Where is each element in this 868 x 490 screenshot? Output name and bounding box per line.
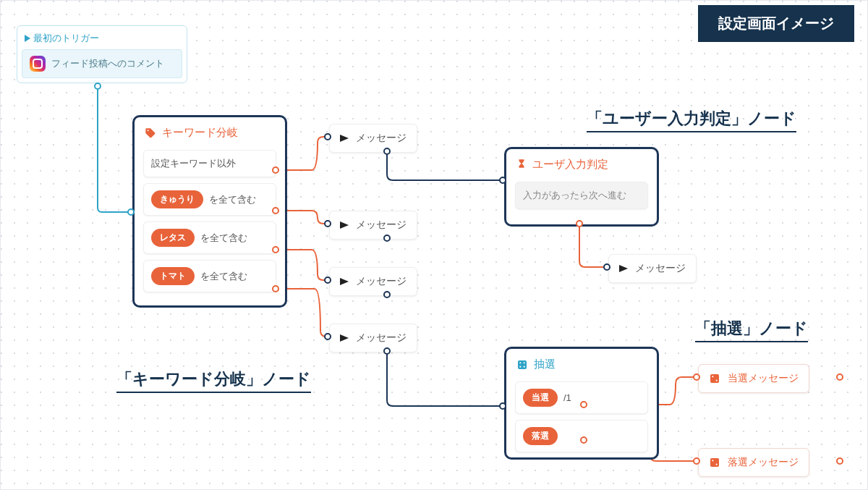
keyword-pill-2: トマト	[151, 267, 195, 285]
keyword-row-2[interactable]: トマト を全て含む	[143, 260, 276, 292]
annotation-userinput-node: 「ユーザー入力判定」ノード	[587, 108, 796, 132]
message-label-2: メッセージ	[356, 219, 407, 232]
send-icon	[619, 265, 628, 272]
svg-rect-5	[710, 374, 719, 383]
message-label-1: メッセージ	[356, 132, 407, 145]
message-card-5[interactable]: メッセージ	[608, 254, 697, 283]
lose-result-label: 落選メッセージ	[728, 456, 799, 469]
svg-point-3	[519, 366, 521, 367]
annotation-keyword-node: 「キーワード分岐」ノード	[116, 368, 311, 393]
annotation-lottery-node: 「抽選」ノード	[695, 318, 808, 342]
trigger-body-label: フィード投稿へのコメント	[51, 57, 164, 70]
svg-point-1	[519, 362, 521, 363]
lottery-lose-pill: 落選	[523, 427, 558, 445]
lottery-win-suffix: /1	[563, 392, 571, 403]
lottery-win-pill: 当選	[523, 389, 558, 407]
keyword-else-row[interactable]: 設定キーワード以外	[143, 150, 276, 177]
svg-point-6	[712, 376, 713, 377]
svg-rect-8	[710, 458, 719, 467]
message-label-4: メッセージ	[356, 331, 407, 345]
dice-icon	[709, 373, 720, 384]
message-label-5: メッセージ	[635, 262, 686, 275]
send-icon	[340, 221, 349, 229]
trigger-title: 最初のトリガー	[33, 32, 99, 45]
trigger-node[interactable]: 最初のトリガー フィード投稿へのコメント	[17, 25, 187, 83]
svg-point-2	[524, 362, 525, 363]
user-input-body[interactable]: 入力があったら次へ進む	[515, 182, 648, 209]
svg-point-7	[716, 380, 718, 381]
user-input-title: ユーザ入力判定	[506, 149, 657, 176]
svg-rect-0	[518, 360, 527, 369]
lottery-title: 抽選	[506, 349, 657, 376]
keyword-row-0[interactable]: きゅうり を全て含む	[143, 183, 276, 216]
win-result-label: 当選メッセージ	[728, 372, 799, 385]
win-result-card[interactable]: 当選メッセージ	[698, 364, 809, 393]
flow-canvas[interactable]: 設定画面イメージ 「キーワード分岐」ノード 「ユーザー入力判定」ノード 「抽選」…	[0, 0, 868, 490]
keyword-else-label: 設定キーワード以外	[151, 157, 236, 170]
message-label-3: メッセージ	[356, 275, 407, 288]
message-card-2[interactable]: メッセージ	[329, 211, 417, 240]
svg-point-4	[524, 366, 525, 367]
send-icon	[340, 278, 349, 285]
svg-point-9	[712, 460, 713, 461]
hourglass-icon	[516, 159, 527, 171]
keyword-pill-1: レタス	[151, 229, 195, 247]
trigger-header: 最初のトリガー	[17, 26, 187, 45]
lose-result-card[interactable]: 落選メッセージ	[698, 448, 809, 477]
message-card-1[interactable]: メッセージ	[329, 124, 417, 153]
trigger-body[interactable]: フィード投稿へのコメント	[22, 49, 182, 78]
send-icon	[340, 135, 349, 142]
keyword-suffix-1: を全て含む	[200, 232, 247, 245]
tag-icon	[145, 127, 156, 139]
keyword-pill-0: きゅうり	[151, 190, 203, 208]
keyword-branch-node[interactable]: キーワード分岐 設定キーワード以外 きゅうり を全て含む レタス を全て含む ト…	[132, 115, 287, 308]
message-card-4[interactable]: メッセージ	[329, 324, 417, 352]
lottery-win-row[interactable]: 当選 /1	[515, 381, 648, 414]
keyword-suffix-2: を全て含む	[200, 270, 247, 283]
play-icon	[25, 35, 30, 42]
instagram-icon	[30, 56, 46, 72]
dice-icon	[709, 457, 720, 468]
user-input-node[interactable]: ユーザ入力判定 入力があったら次へ進む	[504, 147, 659, 227]
svg-point-10	[716, 464, 718, 465]
send-icon	[340, 334, 349, 342]
keyword-branch-title: キーワード分岐	[135, 117, 285, 144]
keyword-row-1[interactable]: レタス を全て含む	[143, 221, 276, 254]
header-badge: 設定画面イメージ	[698, 5, 854, 42]
dice-icon	[516, 359, 528, 371]
message-card-3[interactable]: メッセージ	[329, 267, 417, 296]
user-input-body-label: 入力があったら次へ進む	[523, 189, 626, 202]
keyword-suffix-0: を全て含む	[209, 193, 256, 206]
